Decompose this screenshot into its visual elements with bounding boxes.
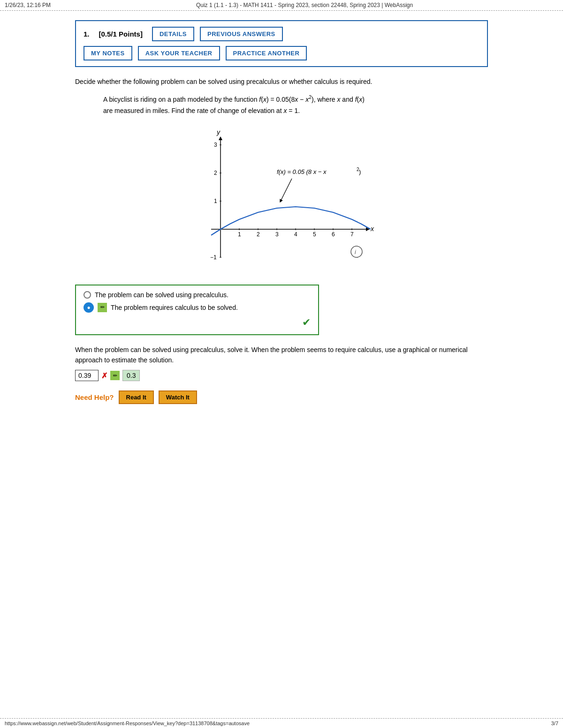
svg-text:7: 7 [350,231,354,238]
radio-unselected[interactable] [84,291,91,299]
question-header: 1. [0.5/1 Points] DETAILS PREVIOUS ANSWE… [75,20,488,67]
top-bar-date: 1/26/23, 12:16 PM [5,2,51,8]
svg-text:1: 1 [238,231,241,238]
svg-text:f(x) = 0.05 (8 x − x: f(x) = 0.05 (8 x − x [277,168,327,175]
header-row1: 1. [0.5/1 Points] DETAILS PREVIOUS ANSWE… [84,27,479,41]
top-bar: 1/26/23, 12:16 PM Quiz 1 (1.1 - 1.3) - M… [0,0,563,11]
header-row2: MY NOTES ASK YOUR TEACHER PRACTICE ANOTH… [84,46,479,60]
answer-input-row: ✗ ✏ 0.3 [75,370,488,381]
problem-text: Decide whether the following problem can… [75,76,488,87]
previous-answers-button[interactable]: PREVIOUS ANSWERS [200,27,283,41]
pencil-icon-answer: ✏ [110,371,120,380]
answer-input[interactable] [75,370,99,381]
read-it-button[interactable]: Read It [119,390,154,404]
svg-text:4: 4 [294,231,297,238]
incorrect-mark: ✗ [101,371,107,380]
answer-option-1: The problem can be solved using precalcu… [84,291,311,299]
need-help-label: Need Help? [75,393,114,401]
svg-point-32 [351,246,362,257]
ask-teacher-button[interactable]: ASK YOUR TEACHER [138,46,220,60]
svg-text:2: 2 [257,231,260,238]
points-label: [0.5/1 Points] [99,30,143,38]
graph-container: x y 1 2 3 4 5 6 7 1 [75,126,488,276]
problem-statement: A bicyclist is riding on a path modeled … [103,93,488,116]
correct-answer-display: 0.3 [122,370,140,381]
svg-text:6: 6 [332,231,335,238]
svg-text:3: 3 [275,231,279,238]
answer-option-2-text: The problem requires calculus to be solv… [111,304,238,311]
svg-text:y: y [216,128,221,136]
svg-text:): ) [359,168,361,175]
answer-option-2: ● ✏ The problem requires calculus to be … [84,302,311,313]
pencil-icon: ✏ [98,303,107,312]
svg-text:2: 2 [214,170,217,176]
answer-option-1-text: The problem can be solved using precalcu… [95,291,228,299]
function-graph: x y 1 2 3 4 5 6 7 1 [183,126,380,276]
need-help-section: Need Help? Read It Watch It [75,390,488,404]
svg-marker-3 [219,136,222,140]
followup-text: When the problem can be solved using pre… [75,345,488,366]
details-button[interactable]: DETAILS [152,27,194,41]
svg-text:1: 1 [214,198,217,204]
question-number: 1. [84,30,90,38]
svg-text:i: i [355,249,356,255]
svg-line-31 [281,179,292,201]
main-content: 1. [0.5/1 Points] DETAILS PREVIOUS ANSWE… [56,11,507,413]
top-bar-title: Quiz 1 (1.1 - 1.3) - MATH 1411 - Spring … [51,2,558,8]
watch-it-button[interactable]: Watch It [159,390,197,404]
answer-options-box: The problem can be solved using precalcu… [75,285,319,335]
svg-text:5: 5 [313,231,316,238]
selected-icon: ● [84,302,94,313]
svg-text:−1: −1 [210,254,217,261]
practice-another-button[interactable]: PRACTICE ANOTHER [226,46,307,60]
svg-text:3: 3 [214,142,217,148]
correct-checkmark: ✔ [84,316,311,329]
my-notes-button[interactable]: MY NOTES [84,46,132,60]
